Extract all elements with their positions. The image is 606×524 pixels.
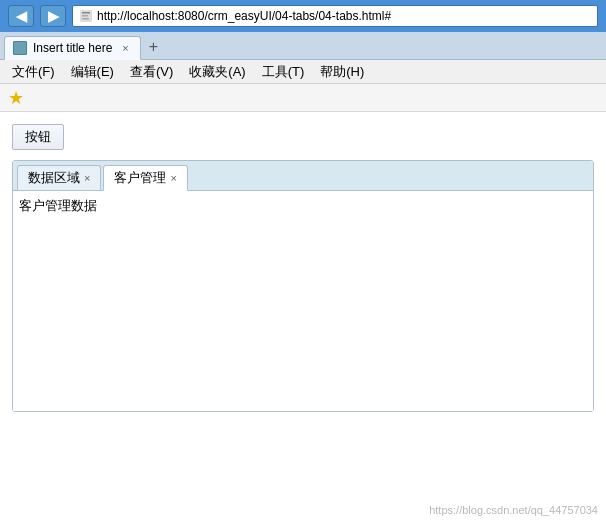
menu-bar: 文件(F) 编辑(E) 查看(V) 收藏夹(A) 工具(T) 帮助(H): [0, 60, 606, 84]
browser-tab-bar: Insert title here × +: [0, 32, 606, 60]
bookmarks-bar: ★: [0, 84, 606, 112]
browser-tab-close[interactable]: ×: [118, 41, 132, 55]
tab-favicon: [13, 41, 27, 55]
menu-help[interactable]: 帮助(H): [312, 61, 372, 83]
page-icon: [79, 9, 93, 23]
tab-data-area-close[interactable]: ×: [84, 172, 90, 184]
svg-rect-2: [82, 15, 88, 17]
menu-edit[interactable]: 编辑(E): [63, 61, 122, 83]
svg-rect-1: [82, 12, 90, 14]
tabs-widget: 数据区域 × 客户管理 × 客户管理数据: [12, 160, 594, 412]
tabs-content: 客户管理数据: [13, 191, 593, 411]
tab-customer-mgmt-close[interactable]: ×: [170, 172, 176, 184]
tab-data-area-label: 数据区域: [28, 169, 80, 187]
new-tab-button[interactable]: +: [141, 35, 165, 59]
page-content: 按钮 数据区域 × 客户管理 × 客户管理数据: [0, 112, 606, 524]
svg-rect-3: [82, 18, 89, 20]
menu-file[interactable]: 文件(F): [4, 61, 63, 83]
menu-tools[interactable]: 工具(T): [254, 61, 313, 83]
forward-button[interactable]: ▶: [40, 5, 66, 27]
title-bar: ◀ ▶ http://localhost:8080/crm_easyUI/04-…: [0, 0, 606, 32]
browser-window: ◀ ▶ http://localhost:8080/crm_easyUI/04-…: [0, 0, 606, 524]
add-tab-button[interactable]: 按钮: [12, 124, 64, 150]
browser-tab-active[interactable]: Insert title here ×: [4, 36, 141, 60]
tabs-header: 数据区域 × 客户管理 ×: [13, 161, 593, 191]
menu-favorites[interactable]: 收藏夹(A): [181, 61, 253, 83]
tab-data-area[interactable]: 数据区域 ×: [17, 165, 101, 190]
address-text: http://localhost:8080/crm_easyUI/04-tabs…: [97, 9, 391, 23]
browser-tab-title: Insert title here: [33, 41, 112, 55]
tab-content-text: 客户管理数据: [19, 198, 97, 213]
tab-customer-mgmt-label: 客户管理: [114, 169, 166, 187]
bookmark-star-icon[interactable]: ★: [8, 87, 24, 109]
menu-view[interactable]: 查看(V): [122, 61, 181, 83]
back-button[interactable]: ◀: [8, 5, 34, 27]
address-bar[interactable]: http://localhost:8080/crm_easyUI/04-tabs…: [72, 5, 598, 27]
tab-customer-mgmt[interactable]: 客户管理 ×: [103, 165, 187, 191]
